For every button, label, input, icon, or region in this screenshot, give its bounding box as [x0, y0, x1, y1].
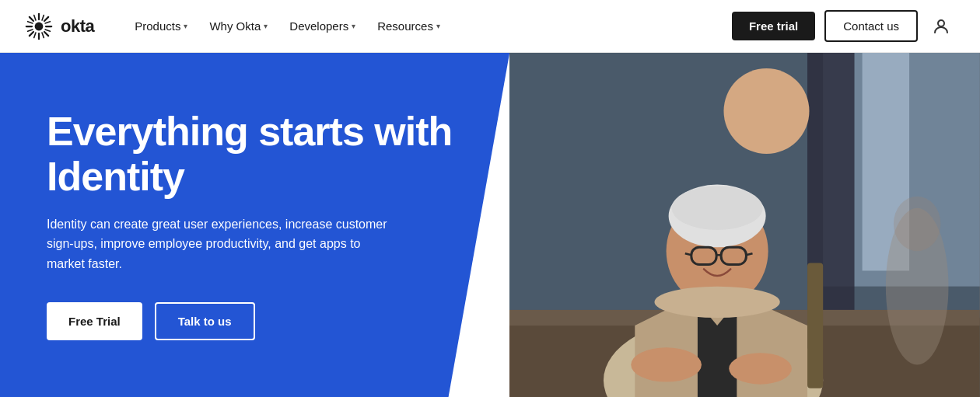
chevron-down-icon: ▾ — [184, 22, 187, 30]
svg-point-34 — [655, 287, 780, 318]
svg-point-35 — [631, 347, 702, 381]
nav-why-okta[interactable]: Why Okta ▾ — [200, 13, 277, 39]
svg-line-13 — [42, 15, 44, 19]
free-trial-button[interactable]: Free trial — [732, 12, 815, 40]
chevron-down-icon: ▾ — [352, 22, 355, 30]
okta-logo-icon — [25, 12, 53, 40]
nav-links: Products ▾ Why Okta ▾ Developers ▾ Resou… — [125, 13, 450, 39]
svg-line-7 — [44, 16, 48, 20]
hero-photo — [509, 53, 980, 397]
hero-image — [509, 53, 980, 397]
navbar-left: okta Products ▾ Why Okta ▾ Developers ▾ … — [25, 12, 450, 40]
nav-why-okta-label: Why Okta — [209, 19, 261, 33]
svg-line-11 — [34, 15, 36, 19]
hero-title: Everything starts with Identity — [47, 110, 472, 198]
svg-line-12 — [42, 33, 44, 37]
nav-developers-label: Developers — [289, 19, 348, 33]
svg-rect-37 — [807, 263, 823, 388]
chevron-down-icon: ▾ — [436, 22, 440, 30]
svg-line-14 — [34, 33, 36, 37]
hero-section: Everything starts with Identity Identity… — [0, 53, 980, 397]
hero-content: Everything starts with Identity Identity… — [0, 53, 509, 397]
nav-resources[interactable]: Resources ▾ — [368, 13, 450, 39]
svg-line-10 — [45, 30, 50, 31]
svg-line-15 — [45, 21, 50, 23]
nav-resources-label: Resources — [377, 19, 433, 33]
svg-point-36 — [729, 353, 792, 384]
contact-us-button[interactable]: Contact us — [824, 10, 918, 42]
user-account-icon[interactable] — [927, 12, 955, 40]
chevron-down-icon: ▾ — [264, 22, 268, 30]
nav-developers[interactable]: Developers ▾ — [280, 13, 365, 39]
navbar-right: Free trial Contact us — [732, 10, 955, 42]
hero-subtitle: Identity can create great user experienc… — [47, 214, 389, 274]
svg-point-39 — [894, 197, 940, 252]
hero-buttons: Free Trial Talk to us — [47, 302, 472, 340]
nav-products-label: Products — [135, 19, 180, 33]
navbar: okta Products ▾ Why Okta ▾ Developers ▾ … — [0, 0, 980, 53]
svg-line-9 — [28, 21, 33, 23]
hero-talk-button[interactable]: Talk to us — [155, 302, 255, 340]
svg-point-0 — [35, 22, 44, 30]
svg-point-28 — [672, 186, 763, 230]
svg-line-5 — [30, 16, 33, 20]
nav-products[interactable]: Products ▾ — [125, 13, 197, 39]
hero-free-trial-button[interactable]: Free Trial — [47, 302, 142, 340]
svg-line-8 — [30, 32, 33, 36]
svg-line-6 — [44, 32, 48, 36]
logo[interactable]: okta — [25, 12, 94, 40]
svg-line-16 — [28, 30, 33, 31]
logo-text: okta — [61, 16, 94, 37]
svg-point-17 — [938, 20, 944, 26]
